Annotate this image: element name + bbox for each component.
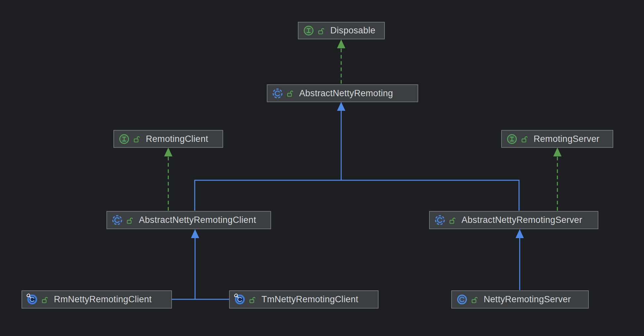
public-unlocked-icon — [41, 296, 48, 304]
class-node-abstract-netty-remoting-client[interactable]: AbstractNettyRemotingClient — [106, 211, 271, 229]
class-icon — [457, 294, 467, 305]
class-name-label: AbstractNettyRemotingServer — [462, 215, 582, 225]
class-node-remoting-server[interactable]: RemotingServer — [501, 130, 613, 148]
class-node-rm-netty-remoting-client[interactable]: RmNettyRemotingClient — [21, 290, 172, 309]
edge-implements-remoting-server[interactable] — [553, 147, 562, 211]
class-node-tm-netty-remoting-client[interactable]: TmNettyRemotingClient — [229, 290, 379, 309]
public-unlocked-icon — [521, 135, 528, 143]
public-unlocked-icon — [133, 135, 140, 143]
interface-icon — [507, 134, 517, 144]
abstract-class-icon — [435, 215, 445, 225]
class-name-label: NettyRemotingServer — [484, 294, 571, 305]
edge-layer — [0, 0, 644, 336]
public-unlocked-icon — [449, 216, 456, 224]
interface-icon — [303, 25, 314, 36]
class-node-abstract-netty-remoting[interactable]: AbstractNettyRemoting — [267, 84, 418, 102]
public-unlocked-icon — [318, 27, 325, 35]
class-name-label: TmNettyRemotingClient — [262, 294, 358, 305]
public-unlocked-icon — [287, 89, 294, 97]
class-node-abstract-netty-remoting-server[interactable]: AbstractNettyRemotingServer — [429, 211, 598, 229]
class-key-overlay-icon — [27, 294, 37, 305]
public-unlocked-icon — [471, 296, 478, 304]
class-name-label: AbstractNettyRemotingClient — [139, 215, 256, 225]
abstract-class-icon — [112, 215, 122, 225]
public-unlocked-icon — [126, 216, 133, 224]
edge-extends-abstract-netty-remoting-server[interactable] — [516, 229, 524, 290]
abstract-class-icon — [272, 88, 283, 99]
class-name-label: AbstractNettyRemoting — [299, 88, 393, 99]
edge-extends-abstract-netty-remoting-client[interactable] — [172, 229, 229, 299]
class-name-label: RemotingServer — [534, 134, 599, 144]
diagram-canvas[interactable]: Disposable AbstractNettyRemoting — [0, 0, 644, 336]
class-name-label: RmNettyRemotingClient — [54, 294, 152, 305]
class-node-netty-remoting-server[interactable]: NettyRemotingServer — [451, 290, 589, 309]
class-node-disposable[interactable]: Disposable — [298, 22, 385, 39]
class-name-label: Disposable — [330, 25, 376, 36]
class-node-remoting-client[interactable]: RemotingClient — [113, 130, 223, 148]
public-unlocked-icon — [249, 296, 256, 304]
edge-implements-disposable[interactable] — [337, 39, 345, 84]
class-name-label: RemotingClient — [146, 134, 208, 144]
edge-extends-abstract-netty-remoting[interactable] — [195, 102, 519, 211]
interface-icon — [119, 134, 129, 144]
edge-implements-remoting-client[interactable] — [164, 147, 173, 211]
class-key-overlay-icon — [235, 294, 245, 305]
